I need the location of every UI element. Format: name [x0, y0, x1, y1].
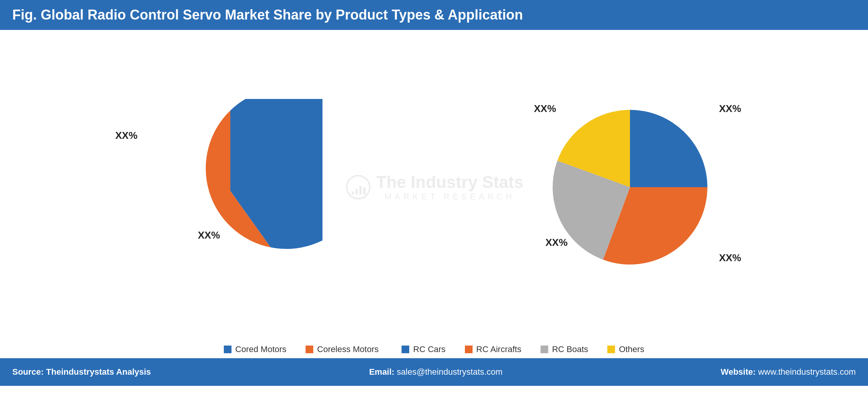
right-chart-section: XX% XX% XX% XX%: [538, 95, 730, 287]
left-chart-section: XX% XX%: [138, 99, 322, 283]
right-pie-chart: [538, 95, 722, 279]
right-pie-label-rcaircrafts-pct: XX%: [719, 252, 741, 264]
charts-container: XX% XX%: [31, 95, 837, 287]
coreless-motors-label: Coreless Motors: [317, 344, 379, 354]
legend-rc-cars: RC Cars: [402, 344, 445, 354]
left-pie-chart: [138, 99, 322, 283]
right-pie-wrapper: XX% XX% XX% XX%: [538, 95, 730, 287]
legend-others: Others: [607, 344, 644, 354]
legend-rc-boats: RC Boats: [541, 344, 588, 354]
cored-motors-label: Cored Motors: [235, 344, 286, 354]
footer-website: Website: www.theindustrystats.com: [721, 367, 856, 377]
footer-email: Email: sales@theindustrystats.com: [369, 367, 503, 377]
rc-aircrafts-color: [465, 346, 473, 353]
page-title: Fig. Global Radio Control Servo Market S…: [12, 7, 523, 23]
legend-coreless-motors: Coreless Motors: [306, 344, 379, 354]
rc-boats-label: RC Boats: [552, 344, 588, 354]
legend-rc-aircrafts: RC Aircrafts: [465, 344, 521, 354]
right-pie-label-rcboats-pct: XX%: [546, 237, 568, 249]
rc-boats-color: [541, 346, 548, 353]
rc-cars-label: RC Cars: [413, 344, 445, 354]
others-color: [607, 346, 615, 353]
left-pie-label-cored: XX%: [198, 229, 220, 241]
others-label: Others: [619, 344, 644, 354]
footer-source: Source: Theindustrystats Analysis: [12, 367, 151, 377]
header: Fig. Global Radio Control Servo Market S…: [0, 0, 868, 30]
left-pie-label-coreless: XX%: [115, 130, 137, 142]
left-pie-wrapper: XX% XX%: [138, 99, 322, 283]
legend-cored-motors: Cored Motors: [224, 344, 286, 354]
right-pie-label-rccars-pct: XX%: [719, 103, 741, 115]
rc-aircrafts-label: RC Aircrafts: [476, 344, 521, 354]
rc-cars-color: [402, 346, 409, 353]
main-content: The Industry Stats market research: [0, 30, 868, 344]
cored-motors-color: [224, 346, 231, 353]
coreless-motors-color: [306, 346, 313, 353]
right-legend: RC Cars RC Aircrafts RC Boats Others: [402, 344, 644, 354]
left-legend: Cored Motors Coreless Motors: [224, 344, 379, 354]
footer: Source: Theindustrystats Analysis Email:…: [0, 358, 868, 386]
legends-row: Cored Motors Coreless Motors RC Cars RC …: [0, 344, 868, 358]
right-pie-label-others-pct: XX%: [534, 103, 556, 115]
